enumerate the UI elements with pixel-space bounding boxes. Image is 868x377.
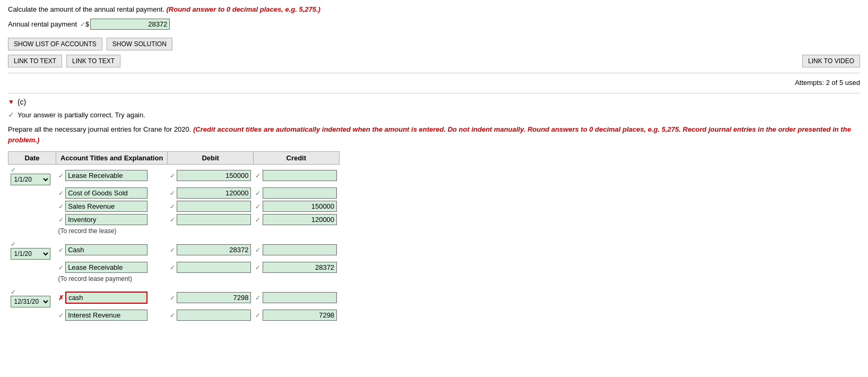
- row-check: ✓: [58, 172, 64, 179]
- header-debit: Debit: [168, 152, 254, 165]
- date-select-3[interactable]: 12/31/20: [11, 296, 50, 307]
- table-row: ✓ ✓ ✓: [8, 309, 340, 322]
- row-check: ✓: [255, 216, 261, 224]
- row-check: ✓: [255, 246, 261, 254]
- row-check: ✓: [11, 288, 16, 296]
- credit-input[interactable]: [263, 310, 337, 321]
- row-check: ✓: [255, 172, 261, 179]
- row-check: ✓: [11, 166, 16, 174]
- account-input[interactable]: [65, 214, 147, 225]
- credit-input[interactable]: [263, 244, 337, 255]
- link-to-text-1-button[interactable]: LINK TO TEXT: [8, 55, 62, 67]
- account-input[interactable]: [65, 170, 147, 181]
- prepare-text: Prepare all the necessary journal entrie…: [8, 124, 860, 145]
- account-input[interactable]: [65, 262, 147, 273]
- credit-input[interactable]: [263, 214, 337, 225]
- row-check: ✓: [58, 312, 64, 319]
- account-input[interactable]: [65, 187, 147, 199]
- credit-input[interactable]: [263, 262, 337, 273]
- partial-correct-text: Your answer is partially correct. Try ag…: [18, 111, 145, 119]
- row-error-icon: ✗: [58, 294, 64, 302]
- table-row: ✓ 1/1/20 ✓ ✓ ✓: [8, 239, 340, 261]
- row-check: ✓: [58, 203, 64, 210]
- row-check: ✓: [170, 312, 175, 319]
- show-solution-button[interactable]: SHOW SOLUTION: [107, 38, 172, 50]
- note-text: (To record the lease): [56, 226, 340, 236]
- debit-input[interactable]: [177, 310, 251, 321]
- row-check: ✓: [255, 203, 261, 210]
- instruction-note: (Round answer to 0 decimal places, e.g. …: [166, 5, 320, 13]
- account-input[interactable]: [65, 201, 147, 212]
- row-check: ✓: [170, 246, 175, 254]
- header-credit: Credit: [253, 152, 339, 165]
- row-check: ✓: [58, 264, 64, 271]
- row-check: ✓: [170, 203, 175, 210]
- note-row: (To record the lease): [8, 226, 340, 236]
- row-check: ✓: [58, 246, 64, 254]
- debit-input[interactable]: [177, 214, 251, 225]
- link-row: LINK TO TEXT LINK TO TEXT LINK TO VIDEO: [8, 55, 860, 67]
- date-select-2[interactable]: 1/1/20: [11, 248, 50, 260]
- credit-input[interactable]: [263, 292, 337, 303]
- checkmark-annual: ✓: [80, 21, 85, 28]
- dollar-sign: $: [85, 20, 89, 28]
- row-check: ✓: [170, 294, 175, 302]
- annual-payment-label: Annual rental payment: [8, 20, 77, 28]
- debit-input[interactable]: [177, 170, 251, 181]
- header-account: Account Titles and Explanation: [56, 152, 168, 165]
- section-divider: [8, 93, 860, 93]
- account-input[interactable]: [65, 244, 147, 255]
- partial-check-icon: ✓: [8, 110, 14, 119]
- show-accounts-button[interactable]: SHOW LIST OF ACCOUNTS: [8, 38, 102, 50]
- row-check: ✓: [255, 264, 261, 271]
- debit-input[interactable]: [177, 187, 251, 199]
- credit-input[interactable]: [263, 170, 337, 181]
- row-check: ✓: [255, 294, 261, 302]
- row-check: ✓: [11, 241, 16, 248]
- row-check: ✓: [170, 190, 175, 197]
- row-check: ✓: [170, 216, 175, 224]
- instruction-text: Calculate the amount of the annual renta…: [8, 5, 860, 13]
- button-row-1: SHOW LIST OF ACCOUNTS SHOW SOLUTION: [8, 38, 860, 50]
- debit-input[interactable]: [177, 244, 251, 255]
- debit-input[interactable]: [177, 262, 251, 273]
- header-date: Date: [8, 152, 56, 165]
- table-row: ✓ ✓ ✓: [8, 213, 340, 226]
- credit-input[interactable]: [263, 187, 337, 199]
- account-input-error[interactable]: [65, 292, 147, 304]
- debit-input[interactable]: [177, 292, 251, 303]
- link-to-text-2-button[interactable]: LINK TO TEXT: [66, 55, 120, 67]
- link-to-video-button[interactable]: LINK TO VIDEO: [802, 55, 860, 67]
- table-row: ✓ ✓ ✓: [8, 261, 340, 274]
- row-check: ✓: [58, 216, 64, 224]
- account-input[interactable]: [65, 310, 147, 321]
- table-row: ✓ 1/1/20 ✓ ✓ ✓: [8, 165, 340, 187]
- row-check: ✓: [255, 312, 261, 319]
- date-select-1[interactable]: 1/1/20: [11, 174, 50, 185]
- row-check: ✓: [170, 172, 175, 179]
- credit-input[interactable]: [263, 201, 337, 212]
- row-check: ✓: [170, 264, 175, 271]
- section-c-header: ▼ (c): [8, 98, 860, 106]
- row-check: ✓: [58, 190, 64, 197]
- annual-payment-input[interactable]: [90, 19, 170, 30]
- row-check: ✓: [255, 190, 261, 197]
- note-text: (To record lease payment): [56, 274, 340, 284]
- table-row: ✓ 12/31/20 ✗ ✓ ✓: [8, 287, 340, 309]
- prepare-note: (Credit account titles are automatically…: [8, 125, 851, 144]
- arrow-icon: ▼: [8, 98, 14, 106]
- debit-input[interactable]: [177, 201, 251, 212]
- table-row: ✓ ✓ ✓: [8, 200, 340, 213]
- section-c-label: (c): [18, 98, 26, 106]
- attempts-display: Attempts: 2 of 5 used: [8, 73, 860, 87]
- partial-correct-message: ✓ Your answer is partially correct. Try …: [8, 110, 860, 119]
- journal-entry-table: Date Account Titles and Explanation Debi…: [8, 151, 340, 322]
- table-row: ✓ ✓ ✓: [8, 186, 340, 200]
- note-row: (To record lease payment): [8, 274, 340, 284]
